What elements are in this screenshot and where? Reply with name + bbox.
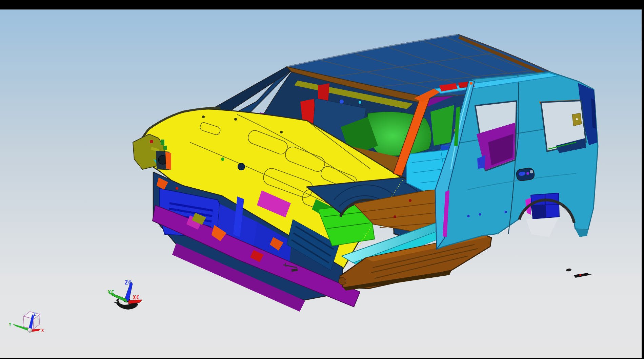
abs-origin-sphere: [28, 328, 32, 333]
wcs-x-label: XC: [133, 295, 140, 301]
blue-dot: [340, 100, 344, 104]
abs-x-label: X: [41, 328, 44, 333]
viewport-3d[interactable]: ZC YC XC Z Y X: [0, 0, 644, 359]
debris-red-speck: [579, 274, 581, 276]
wcs-z-label: ZC: [125, 280, 132, 286]
floor-red-speck-2: [394, 215, 396, 218]
handle-violet-dot: [526, 172, 529, 175]
abs-y-label: Y: [9, 322, 12, 327]
green-clip: [161, 140, 164, 145]
abs-z-label: Z: [33, 312, 36, 317]
green-dot: [221, 157, 224, 161]
green-clip-2: [163, 146, 167, 150]
running-board-cap: [339, 277, 346, 285]
top-frame-bar: [0, 0, 644, 9]
red-grommet: [150, 140, 153, 143]
orange-speck: [470, 82, 472, 85]
floor-red-speck: [409, 199, 411, 202]
cad-application-window: ZC YC XC Z Y X: [0, 0, 644, 359]
rear-door-window[interactable]: [475, 101, 517, 171]
cyan-dot: [359, 101, 361, 104]
seat-green-3: [430, 105, 454, 146]
door-handle-recess[interactable]: [516, 168, 535, 182]
quarter-window[interactable]: [541, 101, 586, 153]
bracket-hole: [576, 118, 578, 120]
handle-silver-dot: [530, 170, 533, 173]
orange-strut: [165, 152, 171, 170]
fascia-hole: [238, 163, 245, 170]
right-frame-bar: [642, 0, 644, 359]
red-dot: [176, 187, 178, 190]
wcs-y-label: YC: [108, 289, 115, 295]
box-dark-cell: [531, 205, 546, 219]
